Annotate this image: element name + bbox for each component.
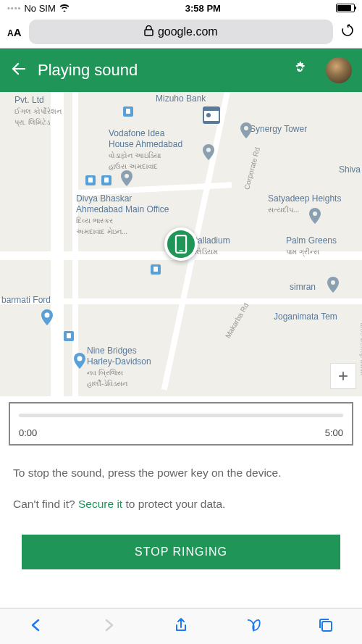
status-time: 3:58 PM [185,3,221,14]
svg-rect-9 [126,109,130,114]
progress-track[interactable] [19,414,343,417]
instruction-text: To stop the sound, press the power key o… [13,464,349,481]
map-poi-label: Shiva [339,164,361,175]
svg-point-6 [77,356,83,361]
svg-rect-10 [88,177,93,183]
progress-end-time: 5:00 [325,427,343,438]
map-poi-label: Satyadeep Heights [268,193,341,204]
transit-icon [101,175,111,185]
back-button[interactable] [10,60,28,80]
svg-point-5 [45,313,50,318]
map-pin-icon[interactable] [201,144,216,159]
watermark-text: www.deuaq.com [358,322,362,375]
share-button[interactable] [172,616,190,637]
map-poi-label: Mizuho Bank [156,93,206,104]
map-poi-label: Vodafone Idea House Ahmedabad [109,128,182,149]
text-size-button[interactable]: AA [7,26,22,38]
transit-icon [64,331,74,341]
map-pin-icon[interactable] [239,122,253,137]
progress-start-time: 0:00 [19,427,37,438]
map-poi-label: Nine Bridges Harley-Davidson [87,346,151,367]
svg-rect-15 [180,250,183,251]
carrier-text: No SIM [24,3,55,14]
map-pin-icon[interactable] [326,277,340,291]
battery-icon [336,4,355,12]
reload-button[interactable] [340,23,355,41]
nav-forward-button [100,616,117,637]
bank-pin-icon[interactable] [203,106,220,124]
stop-ringing-button[interactable]: STOP RINGING [22,535,340,569]
road-label: Corporate Rd [243,146,261,191]
map-view[interactable]: Pvt. Ltdઈગલ કોર્પોરેશન પ્રા. લિમિટેડ Miz… [0,92,362,396]
map-poi-label: Joganimata Tem [274,311,337,322]
svg-point-1 [206,148,211,152]
svg-rect-13 [67,333,71,338]
svg-rect-7 [204,111,219,121]
transit-icon [85,175,96,185]
signal-dots: •••• [7,4,21,12]
device-location-marker[interactable] [164,227,198,261]
secure-link[interactable]: Secure it [78,498,122,510]
map-poi-label: Pvt. Ltd [14,95,44,105]
svg-rect-11 [104,177,109,183]
browser-bottom-nav [0,608,362,644]
cant-find-text: Can't find it? [13,498,78,510]
svg-point-3 [313,212,317,216]
map-poi-label: barmati Ford [1,295,51,306]
instruction-content: To stop the sound, press the power key o… [0,451,362,535]
status-bar: •••• No SIM 3:58 PM [0,0,362,16]
map-pin-icon[interactable] [119,170,134,185]
url-field[interactable]: google.com [29,20,333,44]
road-label: Makarba Rd [224,301,251,340]
app-header: Playing sound [0,49,362,92]
map-pin-icon[interactable] [308,208,322,222]
map-poi-label: simran [290,282,316,293]
avatar[interactable] [326,57,352,83]
bookmarks-button[interactable] [245,616,262,637]
tabs-button[interactable] [317,616,334,637]
transit-icon [151,264,161,275]
nav-back-button[interactable] [28,616,45,637]
playback-progress: 0:00 5:00 [9,402,353,446]
svg-point-8 [206,113,211,117]
map-poi-label: Synergy Tower [250,124,307,135]
url-text: google.com [158,25,218,38]
map-pin-icon[interactable] [40,309,54,324]
wifi-icon [59,3,70,14]
browser-url-bar: AA google.com [0,16,362,48]
svg-point-2 [125,174,129,178]
lock-icon [144,25,153,39]
map-pin-icon[interactable] [72,353,87,367]
protect-text: to protect your data. [122,498,225,510]
page-title: Playing sound [38,61,281,80]
svg-rect-16 [322,622,332,631]
svg-rect-12 [153,267,158,272]
map-poi-label: Divya Bhaskar Ahmedabad Main Office [76,193,169,214]
map-poi-label: Palm Greens [286,235,337,246]
gear-icon[interactable] [291,60,308,80]
zoom-in-button[interactable]: + [330,363,356,389]
svg-point-0 [244,126,248,130]
transit-icon [123,106,133,117]
svg-point-4 [331,280,335,285]
